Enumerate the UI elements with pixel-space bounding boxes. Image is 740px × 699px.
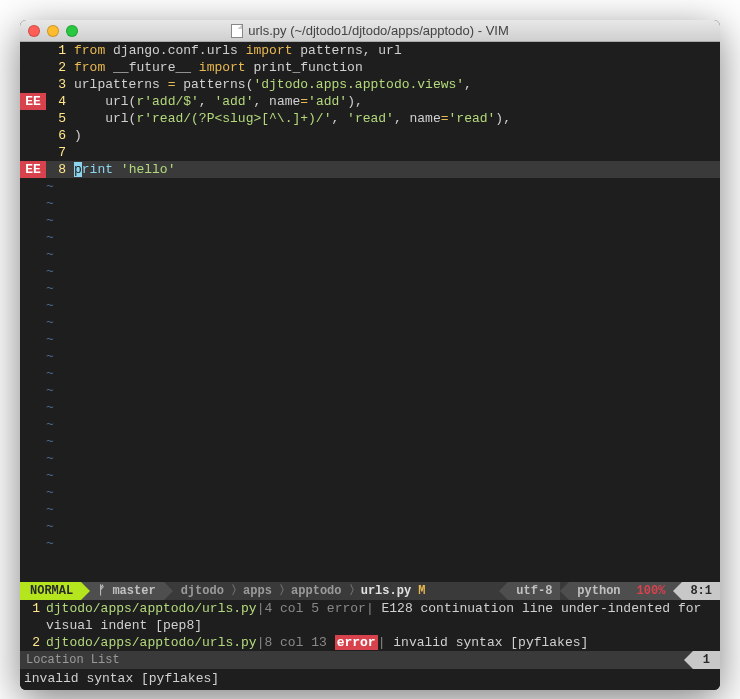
empty-line-tilde: ~ [20,484,720,501]
branch-icon: ᚠ [98,584,105,598]
line-number: 8 [46,161,74,178]
line-number: 2 [46,59,74,76]
mode-indicator: NORMAL [20,582,81,600]
code-line[interactable]: 1from django.conf.urls import patterns, … [20,42,720,59]
empty-line-tilde: ~ [20,263,720,280]
loclist-text: djtodo/apps/apptodo/urls.py|8 col 13 err… [46,634,720,651]
git-branch: ᚠ master [90,582,163,600]
sign-column [20,127,46,144]
document-icon [231,24,243,38]
command-line: invalid syntax [pyflakes] [20,669,720,690]
empty-line-tilde: ~ [20,501,720,518]
line-number: 4 [46,93,74,110]
statusline: NORMAL ᚠ master djtodo 〉apps 〉apptodo 〉u… [20,582,720,600]
error-sign-icon: EE [20,93,46,110]
file-path: djtodo 〉apps 〉apptodo 〉urls.py M [173,582,500,600]
code-text: print 'hello' [74,161,175,178]
location-list[interactable]: 1djtodo/apps/apptodo/urls.py|4 col 5 err… [20,600,720,651]
vim-window: urls.py (~/djtodo1/djtodo/apps/apptodo) … [20,20,720,690]
empty-line-tilde: ~ [20,178,720,195]
encoding: utf-8 [508,582,560,600]
location-list-status: Location List 1 [20,651,720,669]
code-text: urlpatterns = patterns('djtodo.apps.appt… [74,76,472,93]
code-text: from __future__ import print_function [74,59,363,76]
empty-line-tilde: ~ [20,314,720,331]
code-line[interactable]: 3urlpatterns = patterns('djtodo.apps.app… [20,76,720,93]
empty-line-tilde: ~ [20,399,720,416]
code-line[interactable]: 7 [20,144,720,161]
empty-line-tilde: ~ [20,382,720,399]
empty-line-tilde: ~ [20,246,720,263]
sign-column [20,76,46,93]
empty-line-tilde: ~ [20,331,720,348]
sign-column [20,59,46,76]
titlebar: urls.py (~/djtodo1/djtodo/apps/apptodo) … [20,20,720,42]
code-text: url(r'read/(?P<slug>[^\.]+)/', 'read', n… [74,110,511,127]
sign-column [20,42,46,59]
code-text: url(r'add/$', 'add', name='add'), [74,93,363,110]
empty-line-tilde: ~ [20,365,720,382]
empty-line-tilde: ~ [20,297,720,314]
empty-line-tilde: ~ [20,416,720,433]
window-title: urls.py (~/djtodo1/djtodo/apps/apptodo) … [248,23,509,38]
empty-line-tilde: ~ [20,433,720,450]
code-line[interactable]: 6) [20,127,720,144]
line-number: 3 [46,76,74,93]
code-text: from django.conf.urls import patterns, u… [74,42,402,59]
empty-line-tilde: ~ [20,450,720,467]
close-icon[interactable] [28,25,40,37]
code-text: ) [74,127,82,144]
line-number: 1 [46,42,74,59]
loclist-number: 2 [20,634,46,651]
empty-line-tilde: ~ [20,348,720,365]
error-sign-icon: EE [20,161,46,178]
location-list-item[interactable]: 2djtodo/apps/apptodo/urls.py|8 col 13 er… [20,634,720,651]
empty-line-tilde: ~ [20,535,720,552]
line-number: 6 [46,127,74,144]
code-line[interactable]: EE4 url(r'add/$', 'add', name='add'), [20,93,720,110]
empty-line-tilde: ~ [20,212,720,229]
line-number: 5 [46,110,74,127]
empty-line-tilde: ~ [20,229,720,246]
loclist-number: 1 [20,600,46,634]
minimize-icon[interactable] [47,25,59,37]
empty-line-tilde: ~ [20,518,720,535]
sign-column [20,144,46,161]
empty-line-tilde: ~ [20,467,720,484]
line-number: 7 [46,144,74,161]
empty-line-tilde: ~ [20,195,720,212]
editor-pane[interactable]: 1from django.conf.urls import patterns, … [20,42,720,582]
filetype: python [569,582,628,600]
code-line[interactable]: EE8print 'hello' [20,161,720,178]
code-line[interactable]: 2from __future__ import print_function [20,59,720,76]
traffic-lights [28,25,78,37]
loclist-text: djtodo/apps/apptodo/urls.py|4 col 5 erro… [46,600,720,634]
cursor-position: 8:1 [682,582,720,600]
location-list-item[interactable]: 1djtodo/apps/apptodo/urls.py|4 col 5 err… [20,600,720,634]
scroll-percent: 100% [629,582,674,600]
sign-column [20,110,46,127]
empty-line-tilde: ~ [20,280,720,297]
zoom-icon[interactable] [66,25,78,37]
code-line[interactable]: 5 url(r'read/(?P<slug>[^\.]+)/', 'read',… [20,110,720,127]
